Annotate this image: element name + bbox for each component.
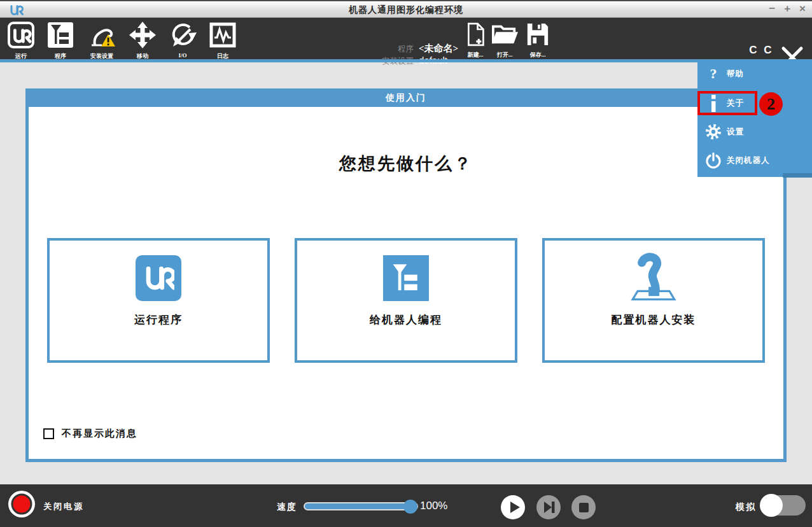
- nav-run[interactable]: 运行: [2, 21, 40, 60]
- move-arrows-icon: [129, 40, 157, 51]
- power-icon: [705, 152, 722, 169]
- program-tree-badge-icon: [383, 255, 429, 301]
- card-run-program-label: 运行程序: [50, 313, 267, 327]
- step-forward-button[interactable]: [536, 495, 561, 519]
- log-chart-icon: [209, 40, 237, 51]
- session-letter: C: [746, 43, 760, 57]
- menu-item-settings[interactable]: 设置: [697, 120, 812, 144]
- robot-warning-icon: [88, 40, 116, 51]
- play-button[interactable]: [501, 495, 525, 519]
- menu-item-help[interactable]: ? 帮助: [697, 62, 812, 86]
- help-icon: ?: [705, 66, 722, 82]
- menu-shadow: [783, 173, 812, 178]
- main-toolbar: 运行 程序 安装设置: [0, 18, 812, 59]
- menu-item-settings-label: 设置: [727, 127, 744, 137]
- speed-slider[interactable]: [304, 502, 418, 510]
- speed-slider-thumb[interactable]: [403, 500, 417, 514]
- nav-move[interactable]: 移动: [123, 21, 162, 60]
- stop-button[interactable]: [571, 495, 596, 519]
- minimize-button[interactable]: −: [769, 3, 775, 15]
- open-folder-icon: [491, 38, 518, 49]
- window-title: 机器人通用图形化编程环境: [0, 4, 812, 16]
- robot-arm-icon: [627, 253, 680, 304]
- nav-io[interactable]: I/O: [164, 21, 202, 59]
- open-file-label: 打开...: [487, 51, 522, 59]
- menu-item-help-label: 帮助: [727, 69, 744, 80]
- menu-item-shutdown[interactable]: 关闭机器人: [697, 148, 812, 172]
- program-field-label: 程序: [372, 44, 414, 55]
- maximize-button[interactable]: +: [784, 3, 790, 15]
- dont-show-again-checkbox[interactable]: [43, 428, 54, 439]
- nav-program[interactable]: 程序: [41, 21, 80, 60]
- dont-show-again-label: 不再显示此消息: [62, 428, 137, 440]
- card-program-robot-label: 给机器人编程: [297, 313, 515, 327]
- card-program-robot[interactable]: 给机器人编程: [295, 238, 517, 363]
- program-tree-icon: [46, 40, 74, 51]
- simulation-toggle-knob[interactable]: [760, 494, 783, 517]
- gear-icon: [705, 123, 722, 140]
- program-name-value: <未命名>: [419, 43, 458, 55]
- annotation-step-badge: 2: [759, 92, 783, 116]
- card-run-program[interactable]: 运行程序: [47, 238, 270, 363]
- speed-label: 速度: [277, 502, 297, 513]
- new-file-icon: [465, 38, 486, 49]
- io-circular-arrows-icon: [169, 40, 197, 51]
- power-status-button[interactable]: [7, 489, 36, 521]
- close-button[interactable]: ×: [799, 3, 806, 15]
- nav-io-label: I/O: [164, 52, 202, 59]
- run-icon: [7, 40, 35, 51]
- welcome-heading: 您想先做什么？: [29, 152, 783, 175]
- ur-logo-badge-icon: [136, 255, 181, 301]
- save-file-label: 保存...: [520, 51, 556, 59]
- card-configure-installation[interactable]: 配置机器人安装: [542, 238, 765, 363]
- dont-show-again-row: 不再显示此消息: [43, 428, 137, 440]
- footer-bar: 关闭电源 速度 100% 模拟: [0, 484, 812, 527]
- annotation-highlight-box: [697, 91, 757, 115]
- simulation-label: 模拟: [736, 502, 756, 513]
- panel-title: 使用入门: [25, 88, 787, 107]
- nav-installation[interactable]: 安装设置: [83, 21, 121, 60]
- accent-divider: [0, 59, 812, 62]
- hamburger-dropdown-menu: ? 帮助 关于 设置 关闭机器人: [697, 60, 812, 177]
- power-off-label: 关闭电源: [43, 501, 84, 512]
- save-floppy-icon: [526, 38, 550, 49]
- title-bar: 机器人通用图形化编程环境 − + ×: [0, 0, 812, 18]
- program-info: 程序 <未命名> 安装设置 default: [372, 43, 458, 67]
- speed-slider-fill: [305, 503, 417, 509]
- simulation-toggle[interactable]: [760, 495, 806, 516]
- menu-item-shutdown-label: 关闭机器人: [727, 155, 770, 166]
- session-letter: C: [760, 43, 775, 57]
- nav-log[interactable]: 日志: [204, 21, 242, 60]
- card-configure-installation-label: 配置机器人安装: [545, 313, 762, 327]
- open-file-button[interactable]: 打开...: [487, 22, 522, 59]
- speed-percent-value: 100%: [420, 500, 447, 512]
- save-file-button[interactable]: 保存...: [520, 22, 556, 59]
